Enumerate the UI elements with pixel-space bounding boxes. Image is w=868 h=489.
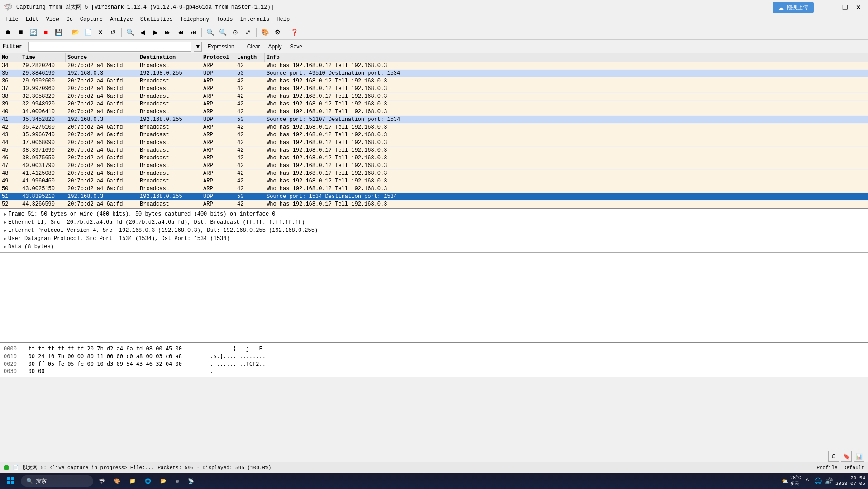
menu-telephony[interactable]: Telephony <box>176 15 213 24</box>
taskbar-folder[interactable]: 📂 <box>157 474 170 488</box>
table-row[interactable]: 5143.8395210192.168.0.3192.168.0.255UDP5… <box>0 193 868 201</box>
table-row[interactable]: 3730.997096020:7b:d2:a4:6a:fdBroadcastAR… <box>0 85 868 93</box>
col-info: Info <box>265 53 868 62</box>
upload-icon: ☁ <box>778 5 784 11</box>
packets-status: Packets: 595 · Displayed: 595 (100.0%) <box>157 465 271 470</box>
detail-row[interactable]: ▶Ethernet II, Src: 20:7b:d2:a4:6a:fd (20… <box>0 218 868 226</box>
menu-help[interactable]: Help <box>273 15 293 24</box>
col-dest: Destination <box>138 53 201 62</box>
hex-bookmark-btn[interactable]: 🔖 <box>841 451 852 462</box>
taskbar-wireshark[interactable]: 🦈 <box>95 474 109 488</box>
toolbar-sep-4 <box>256 28 257 37</box>
col-proto: Protocol <box>201 53 235 62</box>
toolbar-goto[interactable]: ⏭ <box>162 26 174 38</box>
menu-go[interactable]: Go <box>62 15 76 24</box>
menu-edit[interactable]: Edit <box>22 15 43 24</box>
upload-button[interactable]: ☁ 拖拽上传 <box>773 2 814 13</box>
taskbar-edge[interactable]: 🌐 <box>141 474 155 488</box>
toolbar-resize[interactable]: ⤢ <box>242 26 254 38</box>
menu-analyze[interactable]: Analyze <box>106 15 136 24</box>
table-row[interactable]: 4437.006809020:7b:d2:a4:6a:fdBroadcastAR… <box>0 139 868 147</box>
tray-icon-1[interactable]: ^ <box>803 476 812 485</box>
table-row[interactable]: 4538.397169020:7b:d2:a4:6a:fdBroadcastAR… <box>0 147 868 154</box>
toolbar-restart-capture[interactable]: 🔄 <box>27 26 39 38</box>
toolbar-color[interactable]: 🎨 <box>259 26 271 38</box>
table-row[interactable]: 5043.002515020:7b:d2:a4:6a:fdBroadcastAR… <box>0 185 868 193</box>
taskbar-mail[interactable]: ✉ <box>172 474 182 488</box>
toolbar-prefs[interactable]: ⚙ <box>272 26 283 38</box>
table-row[interactable]: 3529.8846190192.168.0.3192.168.0.255UDP5… <box>0 70 868 77</box>
menu-tools[interactable]: Tools <box>213 15 237 24</box>
detail-row[interactable]: ▶Data (8 bytes) <box>0 243 868 251</box>
detail-row[interactable]: ▶Internet Protocol Version 4, Src: 192.1… <box>0 226 868 235</box>
toolbar-sep-1 <box>67 28 67 37</box>
toolbar-stop-red[interactable]: ■ <box>40 26 52 38</box>
expression-button[interactable]: Expression... <box>205 43 241 51</box>
toolbar-stop-capture[interactable]: ⏹ <box>14 26 26 38</box>
save-button[interactable]: Save <box>287 43 305 51</box>
packet-list-container: No. Time Source Destination Protocol Len… <box>0 53 868 208</box>
start-button[interactable] <box>3 474 19 488</box>
toolbar-save2[interactable]: 📄 <box>82 26 94 38</box>
taskbar-app2[interactable]: 📁 <box>126 474 139 488</box>
toolbar-close[interactable]: ✕ <box>95 26 106 38</box>
svg-rect-1 <box>11 477 14 480</box>
table-row[interactable]: 4841.412508020:7b:d2:a4:6a:fdBroadcastAR… <box>0 170 868 177</box>
taskbar-app1[interactable]: 🎨 <box>110 474 124 488</box>
table-row[interactable]: 4941.996046020:7b:d2:a4:6a:fdBroadcastAR… <box>0 177 868 185</box>
toolbar-help[interactable]: ❓ <box>288 26 300 38</box>
capture-indicator <box>4 465 9 470</box>
menu-internals[interactable]: Internals <box>237 15 273 24</box>
table-row[interactable]: 3832.305832020:7b:d2:a4:6a:fdBroadcastAR… <box>0 93 868 101</box>
detail-row[interactable]: ▶Frame 51: 50 bytes on wire (400 bits), … <box>0 210 868 218</box>
clear-button[interactable]: Clear <box>244 43 263 51</box>
table-row[interactable]: 4638.997565020:7b:d2:a4:6a:fdBroadcastAR… <box>0 154 868 162</box>
toolbar-reload[interactable]: ↺ <box>107 26 119 38</box>
expand-icon: ▶ <box>4 236 6 241</box>
apply-button[interactable]: Apply <box>265 43 284 51</box>
filter-input[interactable] <box>28 42 191 52</box>
toolbar-first[interactable]: ⏮ <box>175 26 186 38</box>
table-row[interactable]: 4235.427510020:7b:d2:a4:6a:fdBroadcastAR… <box>0 124 868 131</box>
table-row[interactable]: 4135.3452820192.168.0.3192.168.0.255UDP5… <box>0 116 868 124</box>
table-row[interactable]: 4335.996674020:7b:d2:a4:6a:fdBroadcastAR… <box>0 131 868 139</box>
toolbar-open[interactable]: 📂 <box>69 26 81 38</box>
maximize-button[interactable]: ❐ <box>839 1 851 13</box>
packet-list-header: No. Time Source Destination Protocol Len… <box>0 53 868 62</box>
hex-copy-btn[interactable]: C <box>828 451 839 462</box>
capture-status: 以太网 5: <live capture in progress> File:.… <box>23 464 154 471</box>
toolbar-save[interactable]: 💾 <box>52 26 64 38</box>
toolbar-last[interactable]: ⏭ <box>187 26 199 38</box>
minimize-button[interactable]: — <box>825 1 837 13</box>
taskbar-network[interactable]: 📡 <box>184 474 198 488</box>
toolbar-start-capture[interactable]: ⏺ <box>2 26 14 38</box>
detail-row[interactable]: ▶User Datagram Protocol, Src Port: 1534 … <box>0 235 868 243</box>
toolbar-find[interactable]: 🔍 <box>124 26 136 38</box>
table-row[interactable]: 4034.000641020:7b:d2:a4:6a:fdBroadcastAR… <box>0 108 868 116</box>
table-row[interactable]: 3429.282024020:7b:d2:a4:6a:fdBroadcastAR… <box>0 62 868 70</box>
table-row[interactable]: 5244.326659020:7b:d2:a4:6a:fdBroadcastAR… <box>0 201 868 208</box>
hex-chart-btn[interactable]: 📊 <box>854 451 864 462</box>
expand-icon: ▶ <box>4 228 6 233</box>
toolbar-zoom-out[interactable]: 🔍 <box>217 26 229 38</box>
toolbar-back[interactable]: ◀ <box>137 26 148 38</box>
filter-dropdown-button[interactable]: ▼ <box>194 42 202 52</box>
toolbar-forward[interactable]: ▶ <box>149 26 161 38</box>
app-icon: 🦈 <box>4 3 13 12</box>
hex-pane: 0000 ff ff ff ff ff ff 20 7b d2 a4 6a fd… <box>0 342 868 377</box>
menu-view[interactable]: View <box>43 15 63 24</box>
tray-volume[interactable]: 🔊 <box>825 476 834 485</box>
toolbar-sep-2 <box>121 28 122 37</box>
table-row[interactable]: 3932.994892020:7b:d2:a4:6a:fdBroadcastAR… <box>0 101 868 108</box>
tray-network[interactable]: 🌐 <box>814 476 823 485</box>
table-row[interactable]: 4740.003179020:7b:d2:a4:6a:fdBroadcastAR… <box>0 162 868 170</box>
table-row[interactable]: 3629.999260020:7b:d2:a4:6a:fdBroadcastAR… <box>0 77 868 85</box>
toolbar-sep-5 <box>286 28 286 37</box>
toolbar-zoom-in[interactable]: 🔍 <box>204 26 216 38</box>
menu-capture[interactable]: Capture <box>76 15 106 24</box>
toolbar-zoom-normal[interactable]: ⊙ <box>229 26 241 38</box>
menu-file[interactable]: File <box>2 15 22 24</box>
taskbar-search[interactable]: 🔍 搜索 <box>21 475 93 487</box>
close-button[interactable]: ✕ <box>853 1 864 13</box>
menu-statistics[interactable]: Statistics <box>137 15 176 24</box>
